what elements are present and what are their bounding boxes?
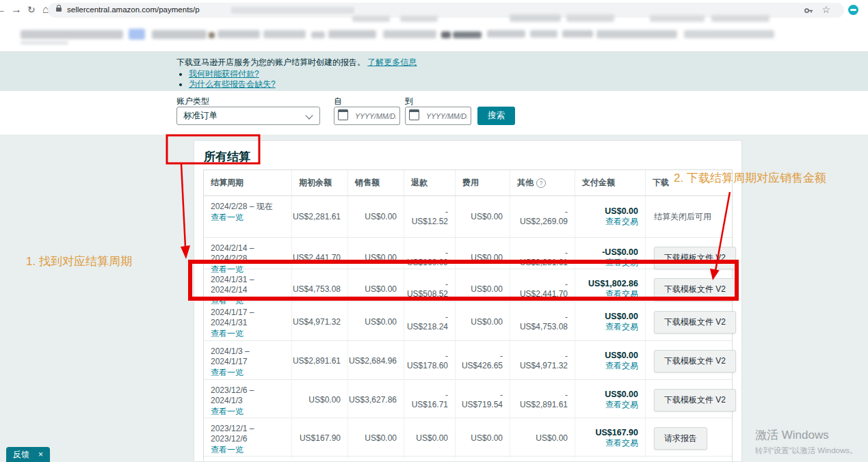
from-calendar-button[interactable] [334,107,352,125]
payment-amount: US$167.90 [595,428,638,438]
settlement-period-text: 2023/12/6 – 2024/1/3 [211,385,285,406]
amount-cell: US$0.00 [455,196,510,237]
view-transactions-link[interactable]: 查看交易 [605,289,638,299]
annotation-step1: 1. 找到对应结算周期 [26,254,132,269]
view-settlement-link[interactable]: 查看一览 [211,329,285,339]
amount-cell: US$2,684.96 [347,341,404,381]
to-calendar-button[interactable] [405,107,423,125]
info-links-list: 我何时能获得付款? 为什么有些报告会缺失? [181,69,417,90]
amount-cell: US$0.00 [347,302,404,342]
redacted-blur [209,32,215,38]
account-type-select[interactable]: 标准订单 [176,107,320,125]
date-from-label: 自 [334,96,342,107]
view-transactions-link[interactable]: 查看交易 [605,258,638,268]
view-transactions-link[interactable]: 查看交易 [605,400,638,410]
settlement-period-cell: 2024/1/3 – 2024/1/17查看一览 [204,341,291,381]
watermark-line1: 激活 Windows [755,427,867,443]
payment-amount: US$0.00 [605,206,638,217]
missing-reports-link[interactable]: 为什么有些报告会缺失? [189,79,276,89]
feedback-badge[interactable]: 反馈 × [6,447,50,462]
to-date-input[interactable] [423,107,471,125]
view-transactions-link[interactable]: 查看交易 [605,217,638,227]
redacted-blur [530,30,557,38]
settlement-rows: 2024/2/28 – 现在查看一览US$2,281.61US$0.00-US$… [204,196,732,462]
when-paid-link[interactable]: 我何时能获得付款? [189,69,259,79]
col-refunds: 退款 [404,170,455,195]
amount-cell: US$0.00 [455,302,510,342]
redacted-blur [328,30,376,38]
download-cell: 请求报告 [645,418,732,458]
amount-cell: -US$2,891.61 [510,380,575,420]
col-other: 其他 ? [510,170,575,195]
reload-icon[interactable]: ↻ [27,3,36,16]
page-title: 所有结算 [204,150,741,164]
url-text[interactable]: sellercentral.amazon.com/payments/p [67,5,200,14]
amount-cell: US$0.00 [347,418,404,458]
table-header-row: 结算周期 期初余额 销售额 退款 费用 其他 ? 支付金额 下载 [204,170,732,196]
download-button[interactable]: 下载模板文件 V2 [654,350,736,372]
payment-amount: -US$0.00 [602,247,638,258]
info-icon[interactable]: ? [536,178,546,188]
download-button[interactable]: 下载模板文件 V2 [654,389,736,411]
chevron-down-icon [305,111,313,119]
view-transactions-link[interactable]: 查看交易 [605,322,638,332]
settlement-period-text: 2024/2/28 – 现在 [211,202,285,212]
view-transactions-link[interactable]: 查看交易 [605,438,638,448]
view-transactions-link[interactable]: 查看交易 [605,361,638,371]
download-button[interactable]: 请求报告 [654,427,707,450]
redacted-blur [684,30,774,38]
table-row: 2024/2/28 – 现在查看一览US$2,281.61US$0.00-US$… [204,196,732,238]
extension-avatar-icon[interactable] [848,5,858,15]
download-cell: 结算关闭后可用 [645,196,732,237]
view-settlement-link[interactable]: 查看一览 [211,445,285,455]
close-icon[interactable]: × [38,450,43,459]
amount-cell: US$2,891.61 [291,341,347,381]
settlement-period-cell: 2024/2/28 – 现在查看一览 [204,196,291,237]
amount-cell: US$0.00 [291,380,347,420]
amount-cell: -US$12.52 [404,196,455,237]
windows-watermark: 激活 Windows 转到“设置”以激活 Windows。 [755,427,867,456]
download-status-text: 结算关闭后可用 [654,211,711,223]
amount-cell: US$0.00 [404,418,455,458]
download-button[interactable]: 下载模板文件 V2 [654,247,736,269]
account-type-value: 标准订单 [183,111,218,120]
back-icon[interactable]: ← [0,3,6,16]
amount-cell: US$4,971.32 [291,302,347,342]
payment-cell: US$0.00查看交易 [575,341,645,381]
key-icon[interactable] [804,5,814,18]
search-button[interactable]: 搜索 [477,107,515,125]
table-row: 2023/12/1 – 2023/12/6查看一览US$167.90US$0.0… [204,418,732,457]
amount-cell: -US$4,971.32 [510,341,575,381]
settlement-period-text: 2024/1/17 – 2024/1/31 [211,308,285,328]
redacted-blur [218,30,260,38]
settlement-period-cell: 2023/12/1 – 2023/12/6查看一览 [204,418,291,458]
download-cell: 下载模板文件 V2 [645,380,732,420]
amount-cell: US$2,281.61 [291,196,347,237]
download-button[interactable]: 下载模板文件 V2 [654,311,736,334]
settlement-period-text: 2024/1/3 – 2024/1/17 [211,346,285,367]
amount-cell: US$167.90 [291,418,347,458]
amount-cell: -US$4,753.08 [510,302,575,342]
redacted-blur [487,30,525,38]
redacted-blur [650,15,705,22]
settlement-period-text: 2023/12/1 – 2023/12/6 [211,424,285,444]
from-date-input[interactable] [352,107,400,125]
bookmark-star-icon[interactable]: ☆ [821,4,830,15]
redacted-blur [596,30,677,38]
payment-amount: US$0.00 [605,390,638,400]
redacted-blur [510,14,561,22]
view-settlement-link[interactable]: 查看一览 [211,368,285,378]
forward-icon[interactable]: → [11,3,22,16]
view-settlement-link[interactable]: 查看一览 [211,407,285,417]
table-row: 2024/1/3 – 2024/1/17查看一览US$2,891.61US$2,… [204,341,732,380]
download-button[interactable]: 下载模板文件 V2 [654,278,736,301]
table-row: 2024/1/17 – 2024/1/31查看一览US$4,971.32US$0… [204,302,732,341]
redacted-blur [129,29,145,40]
amount-cell: -US$426.65 [455,341,510,381]
settlements-table: 结算周期 期初余额 销售额 退款 费用 其他 ? 支付金额 下载 2024/2/… [203,169,733,462]
payment-amount: US$0.00 [605,351,638,361]
col-opening-balance: 期初余额 [291,170,347,195]
payment-cell: US$167.90查看交易 [575,418,645,458]
view-settlement-link[interactable]: 查看一览 [211,213,285,223]
learn-more-link[interactable]: 了解更多信息 [367,57,417,67]
